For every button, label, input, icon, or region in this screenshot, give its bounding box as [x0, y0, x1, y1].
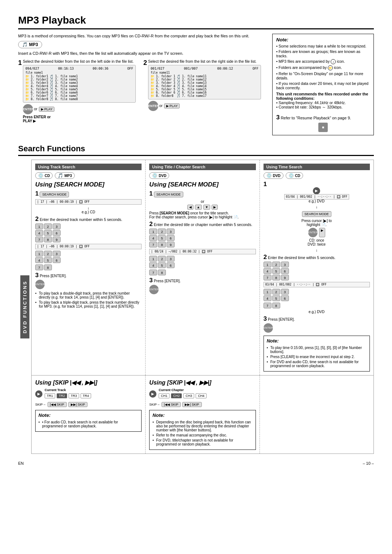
mp3-main: MP3 is a method of compressing files. Yo…	[18, 34, 265, 135]
time-enter-btn: ENTER	[264, 323, 273, 333]
title-step3: 3 Press [ENTER]. ENTER	[149, 277, 256, 294]
skip-btns-2: SKIP→ |◀◀ SKIP ▶▶| SKIP	[149, 402, 256, 407]
title-or: or	[149, 199, 256, 204]
time-enter-row: ENTER ▶	[264, 228, 370, 237]
time-step2-screen: 03/04 | 001/002 | ··:··:·· | 🔲 OFF	[264, 282, 370, 287]
title-numpad-3: 78	[149, 270, 256, 275]
step1-text: Select the desired folder from the list …	[23, 59, 134, 63]
skip-current-track: Current Track TR1 TR2 TR3 TR4	[45, 388, 91, 400]
page-footer: EN – 10 –	[18, 461, 374, 465]
time-numpad-2: 123 456	[264, 289, 370, 301]
track-step1: 1 SEARCH MODE | 17 | –06 | 00:00:19 | 🔲 …	[35, 190, 142, 214]
title-step2-screen: | 08/24 | –/002 | 00:00:32 | 🔲 OFF	[149, 249, 256, 254]
mp3-intro: MP3 is a method of compressing files. Yo…	[18, 34, 265, 38]
skip-note-2-item-1: Depending on the disc being played back,…	[152, 420, 252, 432]
time-step1: 1 ▶ 03/04 | 001/002 | ··:··:·· | 🔲 OFF e…	[264, 181, 370, 252]
step1-num: 1	[18, 59, 22, 66]
note-item-4: Folders are accompanied by 📁 icon.	[276, 65, 370, 70]
time-step1-num: 1	[264, 181, 267, 188]
dvd-functions-label: DVD FUNCTIONS	[20, 275, 29, 338]
skip-col-2: Using [SKIP |◀◀ , ▶▶|] ▶ Current Chapter…	[146, 376, 260, 454]
press-enter-label: Press ENTER orPLAY ▶	[23, 115, 136, 123]
title-press-search: Press [SEARCH MODE] once for the title s…	[149, 211, 256, 215]
ch-skip-prev-btn: |◀◀ SKIP	[162, 402, 181, 407]
track-eg-cd: e.g.) CD	[35, 210, 142, 214]
mp3-note-box: Note: Some selections may take a while t…	[272, 34, 374, 135]
time-numpad-1: 123 456 789	[264, 262, 370, 280]
mp3-disc-icon: 🎵	[58, 173, 63, 178]
time-step1-down: ↓	[264, 248, 370, 252]
search-outer-wrapper: DVD FUNCTIONS Using Track Search 💿 CD 🎵 …	[18, 160, 374, 454]
time-cursor: ▶	[319, 228, 325, 237]
footer-page: – 10 –	[363, 461, 374, 465]
skip-section: Using [SKIP |◀◀ , ▶▶|] ▶ Current Track T…	[31, 376, 374, 454]
time-search-header: Using Time Search	[264, 164, 370, 170]
ch2-box: CH2	[171, 393, 182, 398]
skip-title-1: Using [SKIP |◀◀ , ▶▶|]	[35, 379, 142, 386]
time-note-2: Press [CLEAR] to erase the incorrect inp…	[267, 355, 367, 359]
title-chapter-text: For the chapter search, press cursor [▶]…	[149, 215, 256, 219]
skip-note-list-2: Depending on the disc being played back,…	[152, 420, 252, 446]
track-mode-title: Using [SEARCH MODE]	[35, 181, 142, 188]
skip-note-list-1: • For audio CD, track search is not avai…	[38, 420, 138, 428]
track-step2-text: Enter the desired track number within 5 …	[40, 217, 122, 222]
track-arrow: ↓	[35, 206, 142, 210]
stop-btn: ■	[318, 123, 328, 132]
title-step3-text: Press [ENTER].	[154, 279, 181, 283]
skip-col-1: Using [SKIP |◀◀ , ▶▶|] ▶ Current Track T…	[32, 376, 146, 454]
note-item-5: Refer to "On-Screen Display" on page 11 …	[276, 71, 370, 80]
skip-title-2: Using [SKIP |◀◀ , ▶▶|]	[149, 379, 256, 386]
track-bullets: To play back a double-digit track, press…	[35, 291, 142, 308]
folder-icon: 📁	[328, 65, 333, 70]
track-bullet-1: To play back a double-digit track, press…	[35, 291, 142, 299]
track-bullet-2: To play back a triple-digit track, press…	[35, 300, 142, 308]
time-step3-text: Press [ENTER].	[268, 317, 295, 321]
dvd-badge: 💿 DVD	[149, 172, 169, 179]
step2-screen: 001/027001/00700:00:12OFF file name11 📁 …	[148, 65, 261, 99]
mp3-icon-badge: 🎵 MP3	[18, 41, 42, 48]
step1-controls: ENTER or ▶ PLAY	[23, 104, 136, 114]
track-search-header: Using Track Search	[35, 164, 142, 170]
skip-diagram-2: ▶ Current Chapter CH1 CH2 CH3 CH4	[149, 388, 256, 400]
skip-label: SKIP→	[35, 403, 46, 406]
time-enter-round: ENTER	[308, 228, 318, 237]
mp3-file-icon: ♪	[331, 59, 336, 64]
tr1-box: TR1	[45, 393, 55, 398]
title-mode-title: Using [SEARCH MODE]	[149, 181, 256, 188]
time-note-box: Note: To play time 0:15:00, press [1], […	[264, 336, 370, 372]
step2-content: Select the desired file from the list on…	[148, 59, 261, 111]
mp3-section: MP3 is a method of compressing files. Yo…	[18, 34, 374, 135]
track-numpad-2: 123 456	[35, 251, 142, 263]
time-note-1: To play time 0:15:00, press [1], [5], [0…	[267, 346, 367, 354]
play-btn-1: ▶ PLAY	[39, 107, 55, 112]
mp3-steps-row: 1 Select the desired folder from the lis…	[18, 59, 265, 123]
search-top-columns: Using Track Search 💿 CD 🎵 MP3 Using [SEA…	[31, 160, 374, 376]
cursor-btn-4: ▶	[212, 205, 218, 210]
track-search-badges: 💿 CD 🎵 MP3	[35, 172, 142, 179]
time-arrow-down: ↓	[264, 205, 370, 209]
cd-disc-icon: 💿	[38, 173, 44, 178]
mp3-label: MP3	[29, 42, 38, 47]
step2-text: Select the desired file from the list on…	[148, 59, 257, 63]
skip-diagram-1: ▶ Current Track TR1 TR2 TR3 TR4	[35, 388, 142, 400]
mp3-step1: 1 Select the desired folder from the lis…	[18, 59, 140, 123]
mp3-step2: 2 Select the desired file from the list …	[143, 59, 265, 123]
time-play-btn: ▶	[313, 187, 320, 194]
track-numpad-3: 78	[35, 264, 142, 270]
time-note-3: For DVD and audio CD, time search is not…	[267, 360, 367, 368]
title-step3-num: 3	[149, 277, 152, 284]
title-numpad-2: 123 456	[149, 256, 256, 268]
skip-note-title-1: Note:	[38, 413, 138, 418]
skip-note-item-1: • For audio CD, track search is not avai…	[38, 420, 138, 428]
play-btn-2: ▶ PLAY	[164, 103, 180, 108]
skip-note-2: Note: Depending on the disc being played…	[149, 410, 256, 450]
title-search-col: Using Title / Chapter Search 💿 DVD Using…	[146, 160, 260, 375]
time-screen-1: 03/04 | 001/002 | ··:··:·· | 🔲 OFF	[284, 194, 349, 200]
skip-note-2-item-3: For DVD, title/chapter search is not ava…	[152, 438, 252, 446]
ch3-box: CH3	[183, 393, 194, 398]
title-ctrl-btns: ◀ ▲ ▼ ▶	[149, 205, 256, 210]
ch4-box: CH4	[196, 393, 207, 398]
title-search-badges: 💿 DVD	[149, 172, 256, 179]
note-item-1: Some selections may take a while to be r…	[276, 44, 370, 48]
skip-btns-1: SKIP→ |◀◀ SKIP ▶▶| SKIP	[35, 402, 142, 407]
